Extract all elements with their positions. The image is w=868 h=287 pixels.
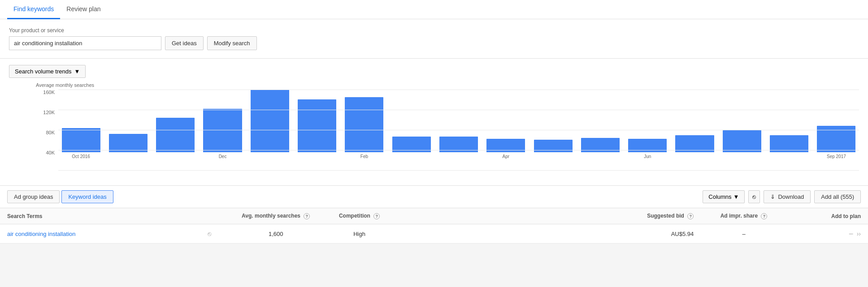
- search-term-link[interactable]: air conditioning installation: [7, 231, 75, 237]
- bar-group-5: [294, 90, 339, 160]
- bar-group-16: Sep 2017: [814, 90, 859, 160]
- bar-5: [298, 99, 336, 153]
- ad-impr-help-icon[interactable]: ?: [761, 213, 767, 219]
- download-icon: ⇓: [770, 193, 775, 200]
- bar-group-12: Jun: [625, 90, 670, 160]
- bar-9: [486, 139, 525, 152]
- cell-search-term: air conditioning installation: [7, 231, 208, 237]
- chart-area: Average monthly searches 160K 120K 80K 4…: [9, 82, 859, 181]
- y-tick-120k: 120K: [43, 110, 55, 115]
- suggested-bid-help-icon[interactable]: ?: [687, 213, 694, 219]
- cell-suggested-bid: AU$5.94: [594, 231, 694, 237]
- bar-group-8: [436, 90, 481, 160]
- bar-group-9: Apr: [483, 90, 529, 160]
- bar-group-15: [766, 90, 812, 160]
- trend-chart-icon[interactable]: ⎋: [208, 230, 211, 237]
- columns-chevron-icon: ▼: [733, 193, 739, 200]
- bar-group-13: [672, 90, 717, 160]
- expand-button[interactable]: ››: [857, 230, 861, 237]
- bar-group-10: [530, 90, 576, 160]
- download-label: Download: [778, 193, 804, 200]
- search-row: Get ideas Modify search: [9, 36, 859, 50]
- table-tabs: Ad group ideas Keyword ideas: [7, 190, 113, 203]
- table-row: air conditioning installation ⎋ 1,600 Hi…: [0, 224, 868, 244]
- tab-find-keywords[interactable]: Find keywords: [7, 0, 60, 19]
- tab-keyword-ideas[interactable]: Keyword ideas: [61, 190, 113, 203]
- bar-14: [723, 130, 761, 152]
- cell-chart-icon: ⎋: [208, 230, 226, 237]
- bar-group-1: [105, 90, 151, 160]
- tab-review-plan[interactable]: Review plan: [60, 0, 107, 19]
- bar-3: [203, 109, 242, 152]
- bar-10: [534, 140, 573, 152]
- bar-label-0: Oct 2016: [72, 154, 90, 160]
- bar-label-12: Jun: [644, 154, 651, 160]
- header-ad-impr-share: Ad impr. share ?: [694, 213, 794, 219]
- cell-avg-monthly: 1,600: [226, 231, 326, 237]
- modify-search-button[interactable]: Modify search: [207, 36, 257, 50]
- table-toolbar: Ad group ideas Keyword ideas Columns ▼ ⎋…: [0, 186, 868, 208]
- header-suggested-bid: Suggested bid ?: [594, 213, 694, 219]
- header-search-terms: Search Terms: [7, 213, 208, 219]
- bar-1: [109, 134, 148, 152]
- bar-group-2: [153, 90, 198, 160]
- chart-controls: Search volume trends ▼: [9, 65, 859, 78]
- cell-ad-impr-share: –: [694, 231, 794, 237]
- get-ideas-button[interactable]: Get ideas: [165, 36, 204, 50]
- chart-section: Search volume trends ▼ Average monthly s…: [0, 59, 868, 186]
- chart-dropdown-button[interactable]: Search volume trends ▼: [9, 65, 86, 78]
- bar-13: [675, 135, 714, 152]
- tab-ad-group-ideas[interactable]: Ad group ideas: [7, 190, 60, 203]
- download-button[interactable]: ⇓ Download: [764, 190, 811, 203]
- toolbar-right: Columns ▼ ⎋ ⇓ Download Add all (555): [703, 190, 861, 203]
- bar-2: [156, 118, 195, 152]
- y-tick-160k: 160K: [43, 90, 55, 95]
- bar-label-3: Dec: [219, 154, 227, 160]
- header-add-to-plan: Add to plan: [794, 213, 861, 219]
- bar-16: [817, 126, 855, 152]
- cell-add-to-plan: – ››: [794, 230, 861, 238]
- bar-label-9: Apr: [503, 154, 510, 160]
- header-avg-monthly: Avg. monthly searches ?: [226, 213, 326, 219]
- bar-group-4: [247, 90, 292, 160]
- bar-label-16: Sep 2017: [827, 154, 846, 160]
- bar-6: [345, 97, 383, 152]
- header-competition: Competition ?: [326, 213, 393, 219]
- bar-group-11: [577, 90, 623, 160]
- y-tick-40k: 40K: [46, 150, 55, 155]
- bar-label-6: Feb: [360, 154, 368, 160]
- chart-toggle-button[interactable]: ⎋: [748, 190, 760, 203]
- bar-12: [628, 139, 667, 152]
- main-tabs: Find keywords Review plan: [0, 0, 868, 19]
- bar-group-0: Oct 2016: [58, 90, 104, 160]
- bar-group-3: Dec: [200, 90, 245, 160]
- bar-8: [439, 137, 478, 152]
- search-section: Your product or service Get ideas Modify…: [0, 19, 868, 59]
- chevron-down-icon: ▼: [74, 68, 80, 75]
- search-input[interactable]: [9, 36, 161, 50]
- add-all-button[interactable]: Add all (555): [814, 190, 861, 203]
- competition-help-icon[interactable]: ?: [373, 213, 380, 219]
- bar-7: [392, 137, 431, 152]
- bar-4: [251, 90, 289, 152]
- bar-group-6: Feb: [342, 90, 387, 160]
- bar-group-14: [719, 90, 764, 160]
- bar-11: [581, 138, 620, 152]
- avg-monthly-help-icon[interactable]: ?: [304, 213, 310, 219]
- bar-group-7: [389, 90, 434, 160]
- remove-from-plan-button[interactable]: –: [847, 230, 855, 238]
- y-tick-80k: 80K: [46, 130, 55, 135]
- cell-competition: High: [326, 231, 393, 237]
- columns-button[interactable]: Columns ▼: [703, 190, 745, 203]
- columns-label: Columns: [708, 193, 731, 200]
- search-label: Your product or service: [9, 27, 859, 34]
- chart-dropdown-label: Search volume trends: [15, 68, 71, 75]
- chart-y-axis-title: Average monthly searches: [36, 82, 859, 88]
- chart-line-icon: ⎋: [752, 193, 756, 200]
- bar-0: [62, 128, 100, 152]
- table-header: Search Terms Avg. monthly searches ? Com…: [0, 208, 868, 224]
- bar-15: [770, 135, 808, 152]
